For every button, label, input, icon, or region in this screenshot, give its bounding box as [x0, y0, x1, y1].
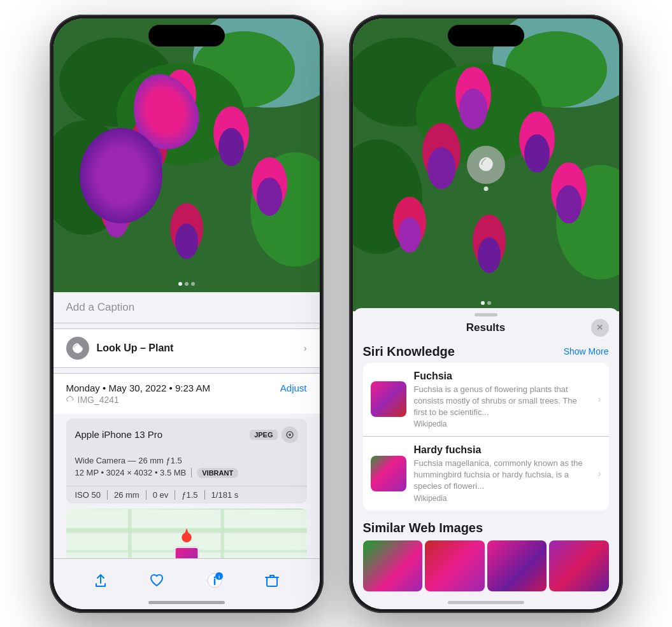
meta-filename: IMG_4241 — [78, 395, 119, 405]
photo-section[interactable] — [54, 18, 320, 292]
close-icon: ✕ — [596, 323, 603, 332]
lookup-subject: Plant — [148, 342, 173, 353]
result-fuchsia[interactable]: Fuchsia Fuchsia is a genus of flowering … — [363, 363, 609, 437]
svg-point-2 — [59, 38, 174, 127]
svg-point-8 — [168, 88, 193, 127]
settings-circle-icon — [282, 426, 298, 443]
siri-results-card: Fuchsia Fuchsia is a genus of flowering … — [363, 363, 609, 511]
similar-web-images-title: Similar Web Images — [363, 516, 609, 540]
svg-rect-40 — [267, 577, 277, 586]
svg-point-24 — [289, 433, 291, 436]
exif-iso: ISO 50 — [75, 490, 108, 500]
delete-button[interactable] — [265, 574, 279, 588]
favorite-button[interactable] — [150, 574, 164, 588]
share-button[interactable] — [94, 574, 108, 588]
svg-text:i: i — [218, 574, 220, 580]
fuchsia-chevron-icon: › — [598, 394, 601, 404]
device-section: Apple iPhone 13 Pro JPEG — [66, 419, 307, 504]
svg-point-57 — [524, 134, 550, 173]
svg-point-55 — [427, 147, 455, 189]
exif-focal: 26 mm — [114, 490, 147, 500]
spec-camera: Wide Camera — 26 mm ƒ1.5 — [75, 456, 298, 465]
web-image-2[interactable] — [425, 540, 485, 591]
siri-header-row: Siri Knowledge Show More — [363, 339, 609, 363]
photo-dots-2 — [481, 301, 491, 305]
aperture-icon — [285, 430, 294, 439]
svg-point-12 — [218, 128, 244, 166]
map-svg — [66, 509, 307, 558]
metadata-section: Monday • May 30, 2022 • 9:23 AM Adjust I… — [54, 373, 320, 414]
siri-knowledge-title: Siri Knowledge — [363, 344, 455, 359]
svg-point-9 — [129, 117, 168, 174]
svg-point-5 — [54, 120, 129, 235]
device-name: Apple iPhone 13 Pro — [75, 429, 163, 440]
show-more-button[interactable]: Show More — [564, 346, 609, 356]
lookup-label: Look Up – Plant — [97, 342, 174, 354]
svg-point-21 — [176, 127, 178, 129]
caption-placeholder[interactable]: Add a Caption — [66, 301, 135, 313]
web-image-1[interactable] — [363, 540, 423, 591]
svg-point-10 — [134, 141, 162, 182]
meta-date: Monday • May 30, 2022 • 9:23 AM — [66, 383, 210, 393]
hardy-fuchsia-chevron-icon: › — [598, 468, 601, 479]
lookup-dot — [483, 187, 488, 191]
visual-lookup-button[interactable] — [467, 146, 505, 184]
svg-point-63 — [478, 237, 501, 273]
results-sheet: Results ✕ Siri Knowledge Show More — [353, 308, 619, 609]
svg-point-18 — [175, 223, 198, 259]
caption-area[interactable]: Add a Caption — [54, 292, 320, 323]
lookup-row[interactable]: Look Up – Plant › — [54, 328, 320, 368]
svg-point-14 — [105, 204, 128, 237]
cloud-icon — [66, 395, 75, 404]
similar-web-images-section: Similar Web Images — [353, 516, 619, 591]
device-specs: Wide Camera — 26 mm ƒ1.5 12 MP • 3024 × … — [66, 451, 307, 486]
siri-knowledge-section: Siri Knowledge Show More Fuchsia — [353, 339, 619, 511]
dynamic-island-2 — [448, 25, 524, 46]
scene: Add a Caption Look Up – Plant — [0, 0, 672, 627]
phone-1: Add a Caption Look Up – Plant — [50, 15, 324, 613]
trash-icon — [265, 574, 279, 588]
map-background — [66, 509, 307, 558]
sheet-header: Results ✕ — [353, 316, 619, 339]
share-icon — [94, 574, 108, 588]
leaf-icon — [71, 342, 84, 355]
home-indicator-1 — [148, 601, 225, 604]
svg-point-35 — [213, 577, 215, 579]
svg-point-59 — [398, 217, 421, 253]
sheet-close-button[interactable]: ✕ — [591, 319, 609, 337]
web-image-3[interactable] — [487, 540, 547, 591]
web-image-4[interactable] — [549, 540, 609, 591]
fuchsia-content: Fuchsia Fuchsia is a genus of flowering … — [414, 370, 590, 429]
svg-rect-33 — [175, 547, 197, 558]
svg-point-61 — [556, 185, 582, 223]
svg-point-53 — [459, 88, 487, 129]
result-hardy-fuchsia[interactable]: Hardy fuchsia Fuchsia magellanica, commo… — [363, 437, 609, 511]
dynamic-island — [148, 25, 225, 46]
exif-row: ISO 50 26 mm 0 ev ƒ1.5 1/181 s — [66, 486, 307, 504]
hardy-fuchsia-source: Wikipedia — [414, 494, 590, 503]
hardy-fuchsia-content: Hardy fuchsia Fuchsia magellanica, commo… — [414, 444, 590, 503]
info-icon: i — [206, 572, 223, 589]
vibrant-badge: VIBRANT — [197, 468, 238, 478]
flower-photo — [54, 18, 320, 292]
visual-lookup-icon — [66, 337, 89, 360]
svg-line-19 — [177, 108, 180, 127]
svg-line-20 — [180, 108, 183, 128]
fuchsia-thumbnail — [371, 381, 406, 417]
web-images-grid — [363, 540, 609, 591]
device-badges: JPEG — [250, 426, 297, 443]
info-button[interactable]: i — [206, 572, 223, 589]
visual-lookup-leaf-icon — [476, 155, 496, 174]
heart-icon — [150, 574, 164, 588]
info-section: Add a Caption Look Up – Plant — [54, 292, 320, 558]
fuchsia-source: Wikipedia — [414, 419, 590, 428]
jpeg-badge: JPEG — [250, 430, 277, 440]
exif-ev: 0 ev — [153, 490, 176, 500]
map-section[interactable] — [66, 509, 307, 558]
photo2-section[interactable] — [353, 18, 619, 311]
svg-point-7 — [164, 69, 196, 120]
svg-point-22 — [182, 128, 185, 130]
exif-aperture: ƒ1.5 — [182, 490, 204, 500]
meta-adjust-button[interactable]: Adjust — [280, 383, 307, 393]
svg-point-16 — [257, 178, 282, 216]
